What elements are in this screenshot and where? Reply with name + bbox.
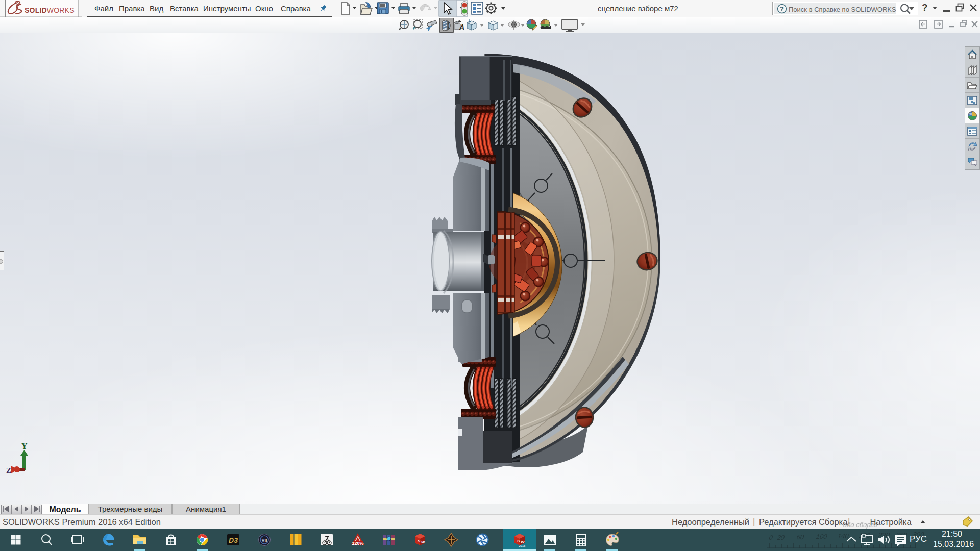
svg-text:S: S xyxy=(418,539,421,543)
svg-text:60: 60 xyxy=(796,533,805,541)
svg-text:2016: 2016 xyxy=(519,544,526,547)
svg-text:?: ? xyxy=(780,5,784,13)
svg-text:20: 20 xyxy=(776,534,785,541)
svg-text:SOLIDWORKS: SOLIDWORKS xyxy=(24,6,75,14)
svg-text:100: 100 xyxy=(816,533,828,540)
svg-text:D3: D3 xyxy=(229,536,238,544)
svg-text:A: A xyxy=(459,23,464,31)
svg-text:VII: VII xyxy=(261,538,267,543)
svg-text:S: S xyxy=(517,539,520,543)
svg-text:120%: 120% xyxy=(352,541,363,546)
svg-text:0: 0 xyxy=(768,534,773,541)
